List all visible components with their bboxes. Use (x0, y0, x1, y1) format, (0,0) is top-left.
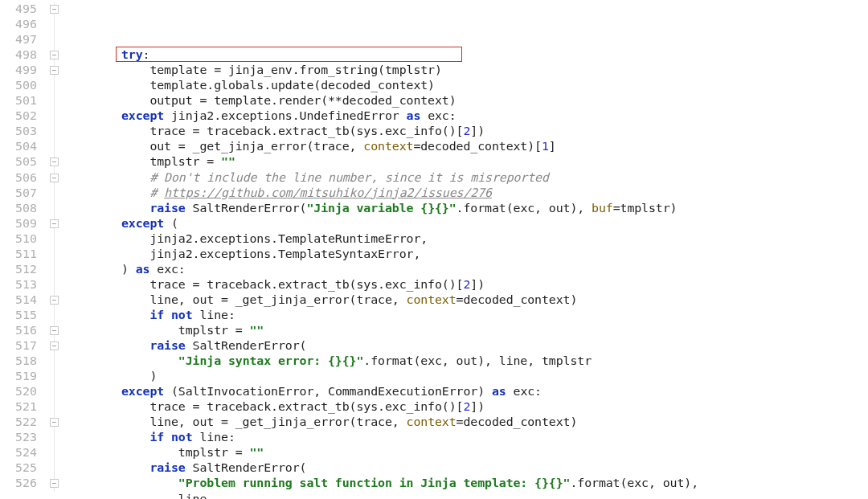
line-number: 502 (0, 108, 37, 124)
fold-slot (47, 78, 64, 93)
line-number: 504 (0, 139, 37, 154)
fold-slot (47, 93, 64, 108)
line-number: 506 (0, 170, 37, 186)
code-line[interactable]: # https://github.com/mitsuhiko/jinja2/is… (64, 186, 868, 201)
code-line[interactable]: ) as exc: (64, 262, 868, 277)
code-line[interactable]: line, out = _get_jinja_error(trace, cont… (64, 292, 868, 308)
fold-slot (47, 216, 64, 231)
fold-toggle-icon[interactable] (50, 5, 59, 14)
code-line[interactable]: jinja2.exceptions.TemplateSyntaxError, (64, 247, 868, 262)
code-line[interactable]: out = _get_jinja_error(trace, context=de… (64, 139, 868, 154)
fold-slot (47, 369, 64, 384)
fold-toggle-icon[interactable] (50, 479, 59, 488)
line-number: 499 (0, 63, 37, 78)
fold-toggle-icon[interactable] (50, 66, 59, 75)
line-number: 495 (0, 2, 37, 17)
fold-slot (47, 17, 64, 32)
line-number: 511 (0, 247, 37, 262)
line-number: 510 (0, 231, 37, 247)
code-line[interactable]: trace = traceback.extract_tb(sys.exc_inf… (64, 277, 868, 292)
code-line[interactable]: ) (64, 369, 868, 384)
fold-toggle-icon[interactable] (50, 342, 59, 350)
line-number: 521 (0, 399, 37, 415)
code-line[interactable]: line, (64, 492, 868, 500)
fold-slot (47, 338, 64, 354)
line-number: 496 (0, 17, 37, 32)
code-editor[interactable]: 4954964974984995005015025035045055065075… (0, 0, 868, 499)
code-line[interactable]: except jinja2.exceptions.UndefinedError … (64, 108, 868, 124)
fold-toggle-icon[interactable] (50, 326, 59, 335)
code-line[interactable]: trace = traceback.extract_tb(sys.exc_inf… (64, 399, 868, 415)
fold-slot (47, 63, 64, 78)
code-line[interactable]: jinja2.exceptions.TemplateRuntimeError, (64, 231, 868, 247)
fold-toggle-icon[interactable] (50, 51, 59, 59)
code-line[interactable]: raise SaltRenderError("Jinja variable {}… (64, 201, 868, 216)
fold-slot (47, 384, 64, 399)
fold-slot (47, 201, 64, 216)
fold-slot (47, 247, 64, 262)
line-number: 505 (0, 154, 37, 170)
line-number-gutter: 4954964974984995005015025035045055065075… (0, 0, 47, 499)
fold-slot (47, 460, 64, 476)
line-number: 507 (0, 186, 37, 201)
line-number: 523 (0, 430, 37, 445)
code-line[interactable]: try: (64, 47, 868, 63)
fold-slot (47, 430, 64, 445)
line-number: 517 (0, 338, 37, 354)
fold-slot (47, 399, 64, 415)
code-line[interactable]: tmplstr = "" (64, 323, 868, 338)
fold-toggle-icon[interactable] (50, 174, 59, 182)
code-line[interactable]: output = template.render(**decoded_conte… (64, 93, 868, 108)
code-line[interactable]: trace = traceback.extract_tb(sys.exc_inf… (64, 124, 868, 139)
line-number: 514 (0, 292, 37, 308)
line-number: 525 (0, 460, 37, 476)
code-line[interactable]: "Jinja syntax error: {}{}".format(exc, o… (64, 354, 868, 369)
code-line[interactable]: raise SaltRenderError( (64, 338, 868, 354)
fold-slot (47, 186, 64, 201)
line-number: 498 (0, 47, 37, 63)
code-line[interactable]: if not line: (64, 430, 868, 445)
line-number: 520 (0, 384, 37, 399)
code-line[interactable]: tmplstr = "" (64, 154, 868, 170)
fold-toggle-icon[interactable] (50, 418, 59, 427)
code-line[interactable]: except ( (64, 216, 868, 231)
fold-slot (47, 108, 64, 124)
code-line[interactable]: tmplstr = "" (64, 445, 868, 460)
code-line[interactable]: "Problem running salt function in Jinja … (64, 476, 868, 491)
line-number: 513 (0, 277, 37, 292)
line-number: 497 (0, 32, 37, 47)
code-line[interactable]: if not line: (64, 308, 868, 323)
fold-toggle-icon[interactable] (50, 157, 59, 166)
line-number: 518 (0, 354, 37, 369)
code-line[interactable]: except (SaltInvocationError, CommandExec… (64, 384, 868, 399)
fold-slot (47, 415, 64, 430)
line-number: 501 (0, 93, 37, 108)
line-number: 512 (0, 262, 37, 277)
fold-slot (47, 445, 64, 460)
code-line[interactable]: template.globals.update(decoded_context) (64, 78, 868, 93)
fold-strip[interactable] (47, 0, 64, 499)
fold-slot (47, 170, 64, 186)
fold-slot (47, 354, 64, 369)
fold-slot (47, 2, 64, 17)
fold-slot (47, 47, 64, 63)
fold-toggle-icon[interactable] (50, 219, 59, 228)
line-number: 515 (0, 308, 37, 323)
line-number: 516 (0, 323, 37, 338)
code-area[interactable]: try: template = jinja_env.from_string(tm… (64, 0, 868, 499)
fold-slot (47, 308, 64, 323)
line-number: 524 (0, 445, 37, 460)
line-number: 509 (0, 216, 37, 231)
line-number: 503 (0, 124, 37, 139)
code-line[interactable]: raise SaltRenderError( (64, 460, 868, 476)
code-line[interactable]: line, out = _get_jinja_error(trace, cont… (64, 415, 868, 430)
code-line[interactable]: # Don't include the line number, since i… (64, 170, 868, 186)
fold-slot (47, 323, 64, 338)
line-number: 526 (0, 476, 37, 491)
code-line[interactable]: template = jinja_env.from_string(tmplstr… (64, 63, 868, 78)
fold-slot (47, 231, 64, 247)
line-number: 522 (0, 415, 37, 430)
fold-slot (47, 32, 64, 47)
fold-slot (47, 277, 64, 292)
fold-toggle-icon[interactable] (50, 296, 59, 305)
